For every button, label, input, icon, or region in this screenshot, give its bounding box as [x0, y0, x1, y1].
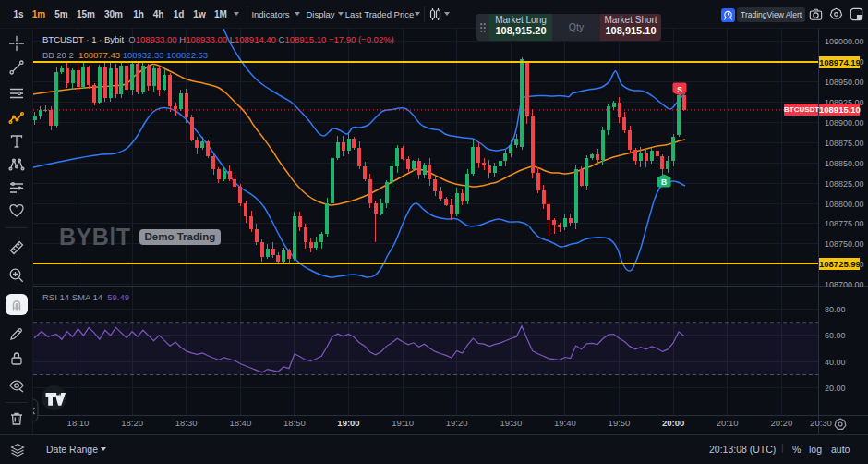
svg-text:108850.00: 108850.00 — [825, 159, 864, 168]
svg-text:18:50: 18:50 — [283, 418, 306, 428]
svg-text:108700.00: 108700.00 — [825, 280, 864, 289]
svg-text:109000.00: 109000.00 — [825, 37, 864, 46]
svg-text:20.00: 20.00 — [825, 384, 846, 393]
svg-text:108825.00: 108825.00 — [825, 179, 864, 189]
svg-text:60.00: 60.00 — [825, 331, 846, 340]
svg-text:108900.00: 108900.00 — [825, 118, 864, 128]
svg-text:S: S — [677, 85, 682, 94]
svg-text:108950.00: 108950.00 — [825, 78, 864, 87]
svg-text:18:30: 18:30 — [175, 418, 198, 428]
svg-text:18:40: 18:40 — [229, 418, 251, 428]
svg-text:B: B — [661, 177, 667, 187]
svg-text:19:10: 19:10 — [392, 418, 414, 428]
svg-text:108775.00: 108775.00 — [825, 219, 864, 228]
svg-text:19:20: 19:20 — [446, 418, 468, 428]
svg-text:19:40: 19:40 — [554, 418, 576, 428]
svg-text:18:20: 18:20 — [121, 418, 143, 428]
svg-text:18:10: 18:10 — [67, 418, 90, 428]
svg-text:40.00: 40.00 — [825, 358, 846, 367]
svg-text:20:20: 20:20 — [770, 418, 792, 428]
svg-text:19:50: 19:50 — [609, 418, 631, 428]
svg-text:20:30: 20:30 — [810, 418, 832, 428]
svg-text:108750.00: 108750.00 — [825, 239, 864, 249]
svg-text:19:00: 19:00 — [337, 418, 359, 428]
svg-text:20:10: 20:10 — [717, 418, 739, 428]
svg-text:108800.00: 108800.00 — [825, 200, 864, 209]
svg-text:80.00: 80.00 — [825, 305, 846, 314]
svg-text:19:30: 19:30 — [500, 418, 522, 428]
svg-text:20:00: 20:00 — [662, 418, 684, 428]
svg-text:108875.00: 108875.00 — [825, 139, 864, 148]
